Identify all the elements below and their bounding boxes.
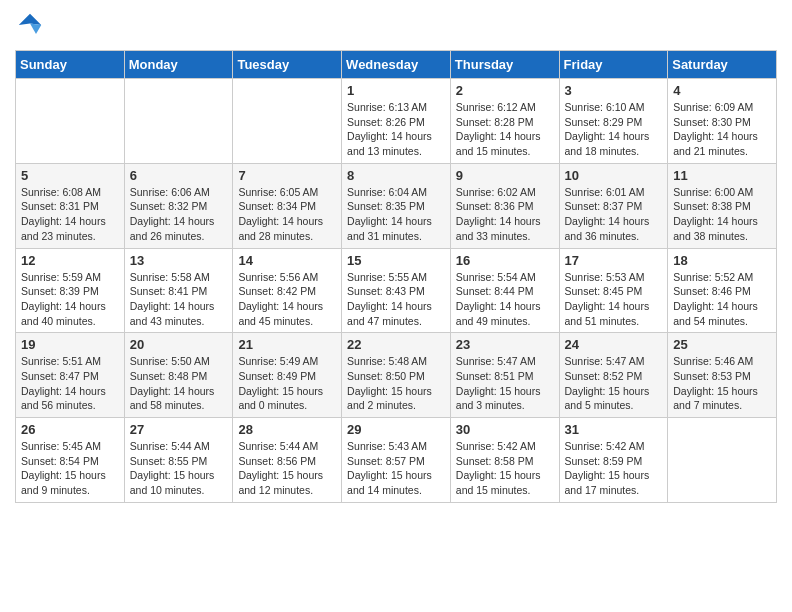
day-number: 8 — [347, 168, 445, 183]
day-info: Sunrise: 6:10 AM Sunset: 8:29 PM Dayligh… — [565, 100, 663, 159]
calendar-cell: 28Sunrise: 5:44 AM Sunset: 8:56 PM Dayli… — [233, 418, 342, 503]
calendar-cell: 26Sunrise: 5:45 AM Sunset: 8:54 PM Dayli… — [16, 418, 125, 503]
calendar-cell: 24Sunrise: 5:47 AM Sunset: 8:52 PM Dayli… — [559, 333, 668, 418]
calendar-table: SundayMondayTuesdayWednesdayThursdayFrid… — [15, 50, 777, 503]
day-number: 13 — [130, 253, 228, 268]
calendar-week-row: 12Sunrise: 5:59 AM Sunset: 8:39 PM Dayli… — [16, 248, 777, 333]
day-info: Sunrise: 5:59 AM Sunset: 8:39 PM Dayligh… — [21, 270, 119, 329]
day-number: 6 — [130, 168, 228, 183]
day-info: Sunrise: 6:13 AM Sunset: 8:26 PM Dayligh… — [347, 100, 445, 159]
calendar-cell: 29Sunrise: 5:43 AM Sunset: 8:57 PM Dayli… — [342, 418, 451, 503]
logo — [15, 10, 49, 40]
day-of-week-header: Monday — [124, 51, 233, 79]
calendar-cell: 3Sunrise: 6:10 AM Sunset: 8:29 PM Daylig… — [559, 79, 668, 164]
day-number: 18 — [673, 253, 771, 268]
calendar-cell — [668, 418, 777, 503]
day-of-week-header: Sunday — [16, 51, 125, 79]
day-info: Sunrise: 6:04 AM Sunset: 8:35 PM Dayligh… — [347, 185, 445, 244]
day-number: 3 — [565, 83, 663, 98]
calendar-week-row: 5Sunrise: 6:08 AM Sunset: 8:31 PM Daylig… — [16, 163, 777, 248]
day-info: Sunrise: 5:42 AM Sunset: 8:58 PM Dayligh… — [456, 439, 554, 498]
day-info: Sunrise: 5:43 AM Sunset: 8:57 PM Dayligh… — [347, 439, 445, 498]
day-number: 1 — [347, 83, 445, 98]
calendar-cell: 30Sunrise: 5:42 AM Sunset: 8:58 PM Dayli… — [450, 418, 559, 503]
day-info: Sunrise: 5:56 AM Sunset: 8:42 PM Dayligh… — [238, 270, 336, 329]
day-number: 23 — [456, 337, 554, 352]
calendar-cell — [16, 79, 125, 164]
day-number: 5 — [21, 168, 119, 183]
calendar-cell: 4Sunrise: 6:09 AM Sunset: 8:30 PM Daylig… — [668, 79, 777, 164]
calendar-cell: 13Sunrise: 5:58 AM Sunset: 8:41 PM Dayli… — [124, 248, 233, 333]
calendar-cell: 7Sunrise: 6:05 AM Sunset: 8:34 PM Daylig… — [233, 163, 342, 248]
day-info: Sunrise: 6:08 AM Sunset: 8:31 PM Dayligh… — [21, 185, 119, 244]
calendar-cell — [124, 79, 233, 164]
calendar-cell — [233, 79, 342, 164]
calendar-header: SundayMondayTuesdayWednesdayThursdayFrid… — [16, 51, 777, 79]
day-of-week-header: Saturday — [668, 51, 777, 79]
day-number: 7 — [238, 168, 336, 183]
day-info: Sunrise: 5:53 AM Sunset: 8:45 PM Dayligh… — [565, 270, 663, 329]
svg-marker-1 — [30, 24, 41, 35]
day-of-week-header: Tuesday — [233, 51, 342, 79]
day-number: 16 — [456, 253, 554, 268]
day-number: 30 — [456, 422, 554, 437]
day-number: 4 — [673, 83, 771, 98]
day-info: Sunrise: 5:49 AM Sunset: 8:49 PM Dayligh… — [238, 354, 336, 413]
day-info: Sunrise: 5:42 AM Sunset: 8:59 PM Dayligh… — [565, 439, 663, 498]
day-number: 31 — [565, 422, 663, 437]
day-info: Sunrise: 5:47 AM Sunset: 8:51 PM Dayligh… — [456, 354, 554, 413]
calendar-cell: 25Sunrise: 5:46 AM Sunset: 8:53 PM Dayli… — [668, 333, 777, 418]
day-of-week-header: Friday — [559, 51, 668, 79]
day-info: Sunrise: 5:51 AM Sunset: 8:47 PM Dayligh… — [21, 354, 119, 413]
day-number: 15 — [347, 253, 445, 268]
calendar-cell: 22Sunrise: 5:48 AM Sunset: 8:50 PM Dayli… — [342, 333, 451, 418]
calendar-cell: 1Sunrise: 6:13 AM Sunset: 8:26 PM Daylig… — [342, 79, 451, 164]
calendar-cell: 8Sunrise: 6:04 AM Sunset: 8:35 PM Daylig… — [342, 163, 451, 248]
calendar-cell: 15Sunrise: 5:55 AM Sunset: 8:43 PM Dayli… — [342, 248, 451, 333]
day-number: 25 — [673, 337, 771, 352]
calendar-cell: 12Sunrise: 5:59 AM Sunset: 8:39 PM Dayli… — [16, 248, 125, 333]
calendar-cell: 31Sunrise: 5:42 AM Sunset: 8:59 PM Dayli… — [559, 418, 668, 503]
logo-icon — [15, 10, 45, 40]
calendar-cell: 10Sunrise: 6:01 AM Sunset: 8:37 PM Dayli… — [559, 163, 668, 248]
day-info: Sunrise: 5:44 AM Sunset: 8:56 PM Dayligh… — [238, 439, 336, 498]
calendar-cell: 23Sunrise: 5:47 AM Sunset: 8:51 PM Dayli… — [450, 333, 559, 418]
calendar-cell: 18Sunrise: 5:52 AM Sunset: 8:46 PM Dayli… — [668, 248, 777, 333]
calendar-week-row: 19Sunrise: 5:51 AM Sunset: 8:47 PM Dayli… — [16, 333, 777, 418]
day-number: 22 — [347, 337, 445, 352]
day-number: 17 — [565, 253, 663, 268]
calendar-cell: 20Sunrise: 5:50 AM Sunset: 8:48 PM Dayli… — [124, 333, 233, 418]
day-info: Sunrise: 5:58 AM Sunset: 8:41 PM Dayligh… — [130, 270, 228, 329]
day-info: Sunrise: 6:06 AM Sunset: 8:32 PM Dayligh… — [130, 185, 228, 244]
calendar-cell: 9Sunrise: 6:02 AM Sunset: 8:36 PM Daylig… — [450, 163, 559, 248]
day-info: Sunrise: 6:05 AM Sunset: 8:34 PM Dayligh… — [238, 185, 336, 244]
days-of-week-row: SundayMondayTuesdayWednesdayThursdayFrid… — [16, 51, 777, 79]
day-number: 9 — [456, 168, 554, 183]
day-number: 26 — [21, 422, 119, 437]
day-info: Sunrise: 5:52 AM Sunset: 8:46 PM Dayligh… — [673, 270, 771, 329]
day-number: 28 — [238, 422, 336, 437]
day-info: Sunrise: 5:46 AM Sunset: 8:53 PM Dayligh… — [673, 354, 771, 413]
day-info: Sunrise: 5:47 AM Sunset: 8:52 PM Dayligh… — [565, 354, 663, 413]
day-number: 20 — [130, 337, 228, 352]
calendar-cell: 27Sunrise: 5:44 AM Sunset: 8:55 PM Dayli… — [124, 418, 233, 503]
day-number: 29 — [347, 422, 445, 437]
day-info: Sunrise: 5:50 AM Sunset: 8:48 PM Dayligh… — [130, 354, 228, 413]
svg-marker-0 — [19, 14, 42, 25]
calendar-cell: 17Sunrise: 5:53 AM Sunset: 8:45 PM Dayli… — [559, 248, 668, 333]
day-of-week-header: Wednesday — [342, 51, 451, 79]
calendar-cell: 21Sunrise: 5:49 AM Sunset: 8:49 PM Dayli… — [233, 333, 342, 418]
calendar-body: 1Sunrise: 6:13 AM Sunset: 8:26 PM Daylig… — [16, 79, 777, 503]
page-header — [15, 10, 777, 40]
day-info: Sunrise: 6:00 AM Sunset: 8:38 PM Dayligh… — [673, 185, 771, 244]
day-number: 2 — [456, 83, 554, 98]
day-of-week-header: Thursday — [450, 51, 559, 79]
calendar-cell: 16Sunrise: 5:54 AM Sunset: 8:44 PM Dayli… — [450, 248, 559, 333]
calendar-cell: 14Sunrise: 5:56 AM Sunset: 8:42 PM Dayli… — [233, 248, 342, 333]
day-number: 27 — [130, 422, 228, 437]
day-number: 24 — [565, 337, 663, 352]
day-info: Sunrise: 6:09 AM Sunset: 8:30 PM Dayligh… — [673, 100, 771, 159]
day-number: 12 — [21, 253, 119, 268]
calendar-cell: 19Sunrise: 5:51 AM Sunset: 8:47 PM Dayli… — [16, 333, 125, 418]
day-info: Sunrise: 5:48 AM Sunset: 8:50 PM Dayligh… — [347, 354, 445, 413]
